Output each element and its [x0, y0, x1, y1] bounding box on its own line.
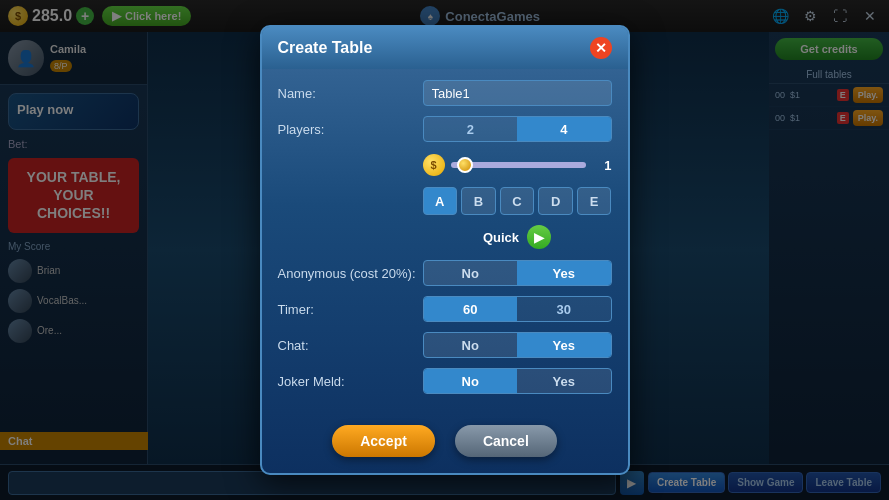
dialog-body: Name: Players: 2 4 $ — [262, 69, 628, 413]
letter-tab-b[interactable]: B — [461, 187, 496, 215]
chat-row: Chat: No Yes — [278, 331, 612, 359]
quick-text: Quick — [483, 230, 519, 245]
bet-slider[interactable] — [451, 162, 586, 168]
bet-coin-icon: $ — [423, 154, 445, 176]
players-toggle: 2 4 — [423, 116, 612, 142]
timer-control: 60 30 — [423, 296, 612, 322]
joker-no-option[interactable]: No — [424, 369, 518, 393]
bet-value: 1 — [592, 158, 612, 173]
anonymous-row: Anonymous (cost 20%): No Yes — [278, 259, 612, 287]
letter-tab-c[interactable]: C — [500, 187, 535, 215]
anonymous-label: Anonymous (cost 20%): — [278, 266, 423, 281]
anonymous-no-option[interactable]: No — [424, 261, 518, 285]
joker-label: Joker Meld: — [278, 374, 423, 389]
players-label: Players: — [278, 122, 423, 137]
chat-control: No Yes — [423, 332, 612, 358]
timer-60-option[interactable]: 60 — [424, 297, 518, 321]
quick-control: Quick ▶ — [423, 223, 612, 251]
create-table-dialog: Create Table ✕ Name: Players: 2 4 — [260, 25, 630, 475]
chat-toggle: No Yes — [423, 332, 612, 358]
name-label: Name: — [278, 86, 423, 101]
letter-tab-e[interactable]: E — [577, 187, 612, 215]
timer-toggle: 60 30 — [423, 296, 612, 322]
letter-tab-d[interactable]: D — [538, 187, 573, 215]
anonymous-yes-option[interactable]: Yes — [517, 261, 611, 285]
name-row: Name: — [278, 79, 612, 107]
anonymous-toggle: No Yes — [423, 260, 612, 286]
timer-label: Timer: — [278, 302, 423, 317]
dialog-close-button[interactable]: ✕ — [590, 37, 612, 59]
joker-row: Joker Meld: No Yes — [278, 367, 612, 395]
dialog-footer: Accept Cancel — [262, 413, 628, 473]
letter-tabs: A B C D E — [423, 187, 612, 215]
name-control — [423, 80, 612, 106]
anonymous-control: No Yes — [423, 260, 612, 286]
accept-button[interactable]: Accept — [332, 425, 435, 457]
bet-control: $ 1 — [423, 152, 612, 178]
bet-row: $ 1 — [278, 151, 612, 179]
name-input[interactable] — [423, 80, 612, 106]
quick-row: Quick ▶ — [278, 223, 612, 251]
bet-thumb — [457, 157, 473, 173]
chat-field-label: Chat: — [278, 338, 423, 353]
players-option-4[interactable]: 4 — [517, 117, 611, 141]
players-row: Players: 2 4 — [278, 115, 612, 143]
quick-inner: Quick ▶ — [423, 223, 612, 251]
dialog-title: Create Table — [278, 39, 373, 57]
bet-slider-row: $ 1 — [423, 152, 612, 178]
quick-play-button[interactable]: ▶ — [527, 225, 551, 249]
letters-control: A B C D E — [423, 187, 612, 215]
chat-no-option[interactable]: No — [424, 333, 518, 357]
joker-control: No Yes — [423, 368, 612, 394]
dialog-header: Create Table ✕ — [262, 27, 628, 69]
joker-toggle: No Yes — [423, 368, 612, 394]
joker-yes-option[interactable]: Yes — [517, 369, 611, 393]
timer-row: Timer: 60 30 — [278, 295, 612, 323]
letters-row: A B C D E — [278, 187, 612, 215]
letter-tab-a[interactable]: A — [423, 187, 458, 215]
players-control: 2 4 — [423, 116, 612, 142]
players-option-2[interactable]: 2 — [424, 117, 518, 141]
timer-30-option[interactable]: 30 — [517, 297, 611, 321]
cancel-button[interactable]: Cancel — [455, 425, 557, 457]
chat-yes-option[interactable]: Yes — [517, 333, 611, 357]
